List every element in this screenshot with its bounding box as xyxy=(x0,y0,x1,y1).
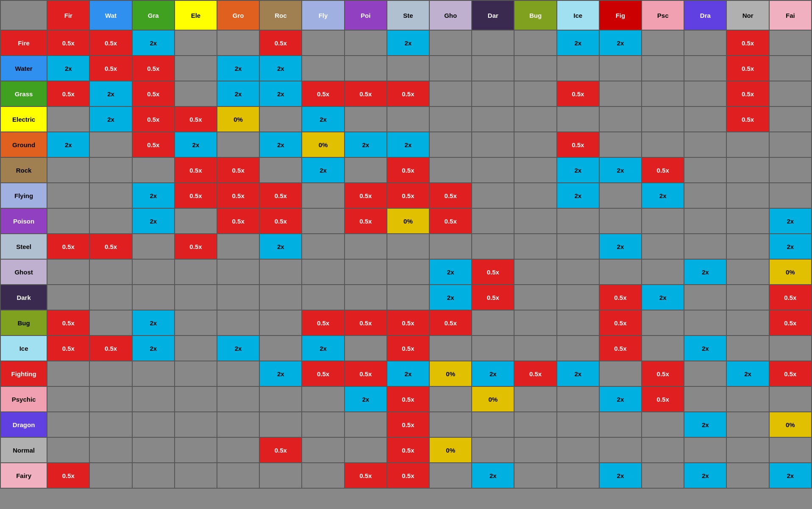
cell-steel-vs-wat: 0.5x xyxy=(89,234,132,259)
cell-poison-vs-poi: 0.5x xyxy=(345,208,387,234)
cell-poison-vs-dar xyxy=(472,208,514,234)
cell-electric-vs-fig xyxy=(599,106,642,132)
cell-steel-vs-gho xyxy=(429,234,472,259)
row-header-dark: Dark xyxy=(0,285,47,310)
cell-ice-vs-fig: 0.5x xyxy=(599,336,642,361)
cell-rock-vs-ice: 2x xyxy=(557,157,599,183)
cell-flying-vs-bug xyxy=(514,183,556,208)
cell-rock-vs-ste: 0.5x xyxy=(387,157,429,183)
cell-psychic-vs-ste: 0.5x xyxy=(387,386,429,412)
cell-dark-vs-dar: 0.5x xyxy=(472,285,514,310)
cell-ghost-vs-ice xyxy=(557,259,599,285)
cell-steel-vs-fai: 2x xyxy=(769,234,812,259)
cell-dragon-vs-dra: 2x xyxy=(684,412,726,437)
cell-fighting-vs-dar: 2x xyxy=(472,361,514,386)
cell-electric-vs-ste xyxy=(387,106,429,132)
cell-rock-vs-gho xyxy=(429,157,472,183)
cell-ice-vs-nor xyxy=(726,336,769,361)
cell-fighting-vs-poi: 0.5x xyxy=(345,361,387,386)
cell-psychic-vs-fai xyxy=(769,386,812,412)
cell-fighting-vs-gro xyxy=(217,361,259,386)
row-header-water: Water xyxy=(0,56,47,81)
cell-ice-vs-fir: 0.5x xyxy=(47,336,89,361)
cell-fighting-vs-bug: 0.5x xyxy=(514,361,556,386)
col-header-gro: Gro xyxy=(217,0,259,30)
row-header-steel: Steel xyxy=(0,234,47,259)
cell-electric-vs-ice xyxy=(557,106,599,132)
cell-rock-vs-fai xyxy=(769,157,812,183)
cell-dragon-vs-wat xyxy=(89,412,132,437)
cell-flying-vs-ice: 2x xyxy=(557,183,599,208)
cell-dragon-vs-nor xyxy=(726,412,769,437)
cell-electric-vs-dra xyxy=(684,106,726,132)
cell-psychic-vs-gro xyxy=(217,386,259,412)
cell-steel-vs-dra xyxy=(684,234,726,259)
row-header-dragon: Dragon xyxy=(0,412,47,437)
row-header-ice: Ice xyxy=(0,336,47,361)
cell-flying-vs-dra xyxy=(684,183,726,208)
cell-psychic-vs-poi: 2x xyxy=(345,386,387,412)
cell-psychic-vs-fig: 2x xyxy=(599,386,642,412)
cell-flying-vs-psc: 2x xyxy=(642,183,684,208)
cell-dragon-vs-roc xyxy=(259,412,302,437)
cell-ground-vs-wat xyxy=(89,132,132,157)
cell-psychic-vs-psc: 0.5x xyxy=(642,386,684,412)
cell-water-vs-nor: 0.5x xyxy=(726,56,769,81)
cell-flying-vs-ele: 0.5x xyxy=(175,183,217,208)
cell-fighting-vs-psc: 0.5x xyxy=(642,361,684,386)
cell-normal-vs-fir xyxy=(47,437,89,463)
cell-grass-vs-fir: 0.5x xyxy=(47,81,89,106)
cell-fighting-vs-fai: 0.5x xyxy=(769,361,812,386)
row-header-bug: Bug xyxy=(0,310,47,336)
cell-normal-vs-dar xyxy=(472,437,514,463)
col-header-fly: Fly xyxy=(302,0,344,30)
cell-fire-vs-psc xyxy=(642,30,684,56)
cell-flying-vs-fir xyxy=(47,183,89,208)
cell-poison-vs-bug xyxy=(514,208,556,234)
cell-psychic-vs-ele xyxy=(175,386,217,412)
cell-ground-vs-fly: 0% xyxy=(302,132,344,157)
cell-dark-vs-gro xyxy=(217,285,259,310)
cell-grass-vs-ele xyxy=(175,81,217,106)
cell-steel-vs-bug xyxy=(514,234,556,259)
cell-water-vs-fly xyxy=(302,56,344,81)
cell-grass-vs-nor: 0.5x xyxy=(726,81,769,106)
cell-flying-vs-gra: 2x xyxy=(132,183,175,208)
cell-fighting-vs-gra xyxy=(132,361,175,386)
cell-fire-vs-poi xyxy=(345,30,387,56)
cell-bug-vs-dar xyxy=(472,310,514,336)
cell-grass-vs-wat: 2x xyxy=(89,81,132,106)
cell-flying-vs-fai xyxy=(769,183,812,208)
cell-dark-vs-dra xyxy=(684,285,726,310)
cell-dark-vs-ele xyxy=(175,285,217,310)
cell-normal-vs-wat xyxy=(89,437,132,463)
cell-fighting-vs-fig xyxy=(599,361,642,386)
cell-fire-vs-ice: 2x xyxy=(557,30,599,56)
cell-grass-vs-gho xyxy=(429,81,472,106)
cell-rock-vs-bug xyxy=(514,157,556,183)
cell-fire-vs-fai xyxy=(769,30,812,56)
cell-bug-vs-ice xyxy=(557,310,599,336)
col-header-dar: Dar xyxy=(472,0,514,30)
cell-dragon-vs-fai: 0% xyxy=(769,412,812,437)
cell-fairy-vs-dra: 2x xyxy=(684,463,726,488)
cell-steel-vs-ste xyxy=(387,234,429,259)
table-row: Fairy0.5x0.5x0.5x2x2x2x2x xyxy=(0,463,812,488)
cell-normal-vs-bug xyxy=(514,437,556,463)
cell-poison-vs-ice xyxy=(557,208,599,234)
cell-dark-vs-ste xyxy=(387,285,429,310)
cell-flying-vs-gho: 0.5x xyxy=(429,183,472,208)
row-header-ghost: Ghost xyxy=(0,259,47,285)
cell-dragon-vs-ste: 0.5x xyxy=(387,412,429,437)
cell-fairy-vs-wat xyxy=(89,463,132,488)
cell-grass-vs-dar xyxy=(472,81,514,106)
table-row: Rock0.5x0.5x2x0.5x2x2x0.5x xyxy=(0,157,812,183)
cell-fairy-vs-gho xyxy=(429,463,472,488)
cell-fairy-vs-gro xyxy=(217,463,259,488)
cell-fire-vs-dra xyxy=(684,30,726,56)
table-row: Normal0.5x0.5x0% xyxy=(0,437,812,463)
table-row: Bug0.5x2x0.5x0.5x0.5x0.5x0.5x0.5x xyxy=(0,310,812,336)
cell-dark-vs-poi xyxy=(345,285,387,310)
cell-dark-vs-fir xyxy=(47,285,89,310)
col-header-ste: Ste xyxy=(387,0,429,30)
